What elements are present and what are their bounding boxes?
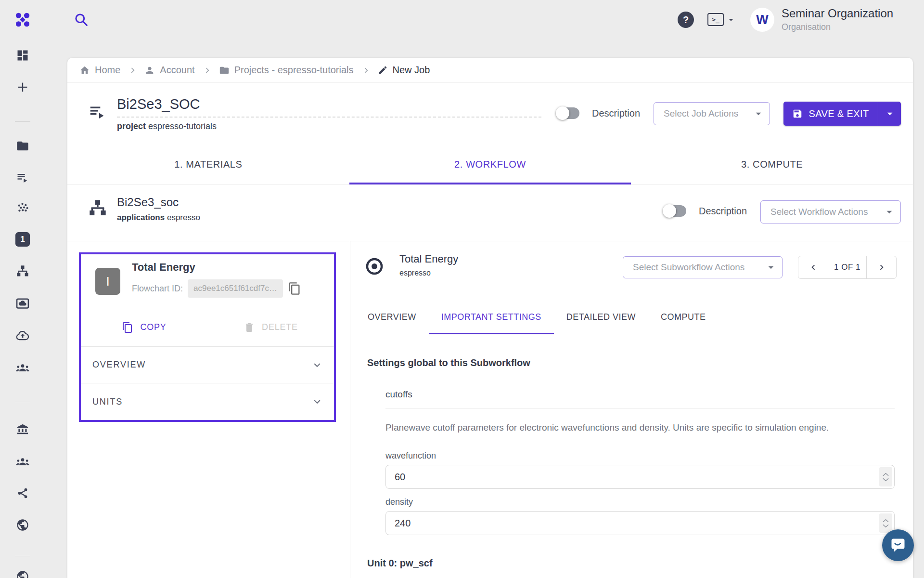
image-cloud-icon[interactable] bbox=[13, 293, 33, 314]
bank-icon[interactable] bbox=[13, 419, 33, 439]
subworkflow-actions-placeholder: Select Subworkflow Actions bbox=[633, 262, 744, 273]
globe-icon[interactable] bbox=[13, 515, 33, 535]
people-icon[interactable] bbox=[13, 451, 33, 472]
job-step-tabs: 1. MATERIALS 2. WORKFLOW 3. COMPUTE bbox=[67, 144, 913, 184]
chevron-right-icon bbox=[361, 66, 371, 75]
breadcrumb-projects[interactable]: Projects - espresso-tutorials bbox=[219, 65, 354, 76]
save-main[interactable]: SAVE & EXIT bbox=[783, 102, 878, 126]
unit-card-header: I Total Energy Flowchart ID: ac9ee1c651f… bbox=[81, 254, 334, 308]
workflow-actions-placeholder: Select Workflow Actions bbox=[770, 207, 868, 217]
people-icon[interactable] bbox=[13, 357, 33, 378]
chat-bubble-icon bbox=[889, 537, 907, 554]
globe-icon[interactable] bbox=[13, 566, 33, 578]
overview-accordion[interactable]: OVERVIEW bbox=[81, 347, 334, 383]
chevron-right-icon bbox=[128, 66, 137, 75]
description-toggle[interactable] bbox=[664, 205, 686, 217]
folder-icon[interactable] bbox=[13, 136, 33, 156]
flowchart-icon[interactable] bbox=[13, 261, 33, 281]
folder-icon bbox=[219, 65, 230, 76]
org-name[interactable]: Seminar Organization bbox=[782, 7, 893, 20]
tab-workflow[interactable]: 2. WORKFLOW bbox=[349, 144, 631, 184]
tab-materials[interactable]: 1. MATERIALS bbox=[67, 144, 349, 184]
job-actions-select[interactable]: Select Job Actions bbox=[654, 102, 770, 125]
tab-compute[interactable]: 3. COMPUTE bbox=[631, 144, 913, 184]
terminal-menu-button[interactable]: >_ bbox=[707, 13, 736, 26]
selected-unit-card[interactable]: I Total Energy Flowchart ID: ac9ee1c651f… bbox=[79, 252, 336, 422]
cutoffs-label: cutoffs bbox=[385, 389, 412, 400]
description-toggle[interactable] bbox=[557, 107, 579, 119]
copy-unit-button[interactable]: COPY bbox=[81, 308, 207, 346]
playlist-play-icon[interactable] bbox=[13, 167, 33, 187]
tab-overview[interactable]: OVERVIEW bbox=[355, 300, 429, 334]
job-actions-placeholder: Select Job Actions bbox=[664, 108, 738, 119]
sidebar-divider bbox=[15, 121, 30, 122]
wavefunction-label: wavefunction bbox=[385, 451, 436, 461]
subworkflow-actions-select[interactable]: Select Subworkflow Actions bbox=[623, 256, 783, 278]
chevron-right-icon bbox=[876, 262, 887, 273]
overview-accordion-label: OVERVIEW bbox=[92, 360, 146, 370]
save-label: SAVE & EXIT bbox=[808, 108, 869, 119]
pager-indicator: 1 OF 1 bbox=[828, 256, 867, 278]
share-icon[interactable] bbox=[13, 483, 33, 503]
job-description-control: Description bbox=[557, 107, 640, 119]
dashboard-icon[interactable] bbox=[13, 45, 33, 66]
caret-down-icon bbox=[884, 107, 896, 120]
units-accordion[interactable]: UNITS bbox=[81, 383, 334, 420]
unit-avatar: I bbox=[95, 268, 120, 295]
help-icon[interactable]: ? bbox=[678, 12, 694, 28]
mat3ra-logo-icon[interactable] bbox=[13, 10, 33, 30]
unit-card-buttons: COPY DELETE bbox=[81, 308, 334, 347]
tab-detailed-view[interactable]: DETAILED VIEW bbox=[554, 300, 648, 334]
description-toggle-label: Description bbox=[592, 108, 640, 119]
workflow-actions-select[interactable]: Select Workflow Actions bbox=[760, 200, 901, 223]
settings-heading: Settings global to this Subworkflow bbox=[367, 357, 530, 368]
project-label: project bbox=[117, 121, 146, 131]
description-toggle-label: Description bbox=[699, 206, 747, 217]
units-accordion-label: UNITS bbox=[92, 397, 123, 407]
atoms-dots-icon[interactable] bbox=[13, 198, 33, 218]
breadcrumb: Home Account Projects - espresso-tutoria… bbox=[67, 58, 913, 83]
chat-launcher-button[interactable] bbox=[882, 529, 914, 561]
stepper-down-icon bbox=[883, 524, 889, 528]
tab-important-settings[interactable]: IMPORTANT SETTINGS bbox=[429, 300, 554, 334]
cutoffs-underline bbox=[385, 408, 895, 408]
breadcrumb-label: Projects - espresso-tutorials bbox=[234, 65, 354, 76]
help-glyph: ? bbox=[683, 14, 689, 26]
copy-id-button[interactable] bbox=[288, 282, 301, 295]
workflow-title: Bi2Se3_soc bbox=[117, 196, 179, 209]
pager-next-button[interactable] bbox=[867, 256, 896, 278]
density-stepper[interactable] bbox=[879, 513, 892, 533]
tab-compute[interactable]: COMPUTE bbox=[648, 300, 719, 334]
org-avatar[interactable]: W bbox=[750, 8, 774, 32]
density-input[interactable] bbox=[385, 511, 895, 535]
flowchart-id-label: Flowchart ID: bbox=[132, 284, 183, 294]
pencil-icon bbox=[378, 65, 388, 75]
save-and-exit-button[interactable]: SAVE & EXIT bbox=[783, 102, 901, 126]
sidebar-divider bbox=[15, 402, 30, 402]
subworkflow-target-icon bbox=[364, 256, 385, 276]
app-root: 1 ? bbox=[0, 0, 924, 578]
wavefunction-stepper[interactable] bbox=[879, 467, 892, 486]
pager-previous-button[interactable] bbox=[798, 256, 828, 278]
flowchart-id-value: ac9ee1c651f61cdf7c… bbox=[188, 279, 283, 298]
caret-down-icon bbox=[765, 261, 777, 274]
search-icon[interactable] bbox=[71, 10, 91, 30]
project-name: espresso-tutorials bbox=[148, 121, 217, 131]
subworkflow-tabs: OVERVIEW IMPORTANT SETTINGS DETAILED VIE… bbox=[355, 300, 718, 334]
save-dropdown-button[interactable] bbox=[878, 102, 901, 126]
breadcrumb-account[interactable]: Account bbox=[144, 65, 194, 76]
plus-icon[interactable] bbox=[13, 77, 33, 97]
cloud-upload-icon[interactable] bbox=[13, 326, 33, 346]
copy-label: COPY bbox=[140, 322, 166, 332]
subworkflow-pager: 1 OF 1 bbox=[798, 256, 897, 279]
workflow-flowchart-icon bbox=[88, 198, 107, 218]
wavefunction-input[interactable] bbox=[385, 465, 895, 489]
job-playlist-icon bbox=[88, 102, 106, 120]
subworkflow-title: Total Energy bbox=[399, 253, 458, 265]
breadcrumb-home[interactable]: Home bbox=[79, 65, 120, 76]
counter-square-icon[interactable]: 1 bbox=[13, 229, 33, 250]
org-type: Organisation bbox=[782, 22, 831, 32]
delete-unit-button[interactable]: DELETE bbox=[207, 308, 334, 346]
stepper-up-icon bbox=[883, 519, 889, 523]
toggle-knob bbox=[556, 106, 569, 120]
